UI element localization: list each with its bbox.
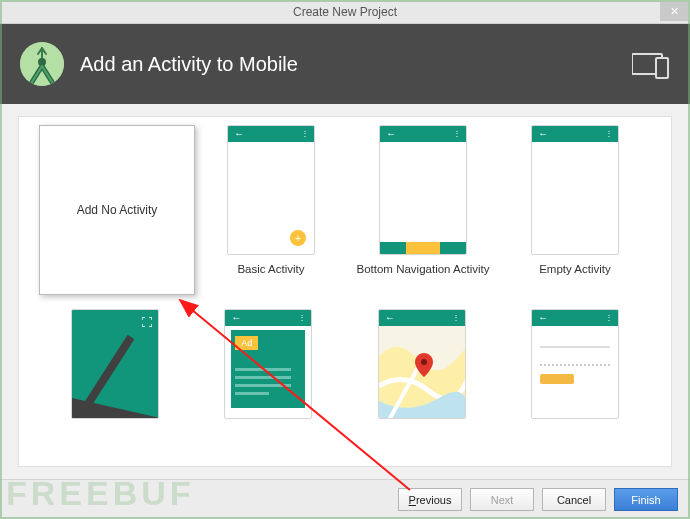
device-icon — [632, 52, 670, 80]
svg-point-6 — [421, 359, 427, 365]
appbar-icon: ← ⋮ — [225, 310, 311, 326]
appbar-icon: ← ⋮ — [532, 126, 618, 142]
wizard-footer: Previous Next Cancel Finish — [0, 479, 690, 519]
appbar-icon: ← ⋮ — [379, 310, 465, 326]
template-thumb: ← ⋮ — [378, 309, 466, 419]
expand-icon — [142, 316, 152, 326]
map-pin-icon — [415, 353, 433, 380]
previous-button[interactable]: Previous — [398, 488, 462, 511]
template-label: Empty Activity — [539, 263, 611, 275]
template-fullscreen-activity[interactable] — [39, 309, 191, 419]
overflow-icon: ⋮ — [605, 130, 612, 138]
appbar-icon: ← ⋮ — [532, 310, 618, 326]
template-label: Bottom Navigation Activity — [357, 263, 490, 275]
template-thumb: ← ⋮ — [379, 125, 467, 255]
overflow-icon: ⋮ — [301, 130, 308, 138]
overflow-icon: ⋮ — [452, 314, 459, 322]
overflow-icon: ⋮ — [453, 130, 460, 138]
template-empty-activity[interactable]: ← ⋮ Empty Activity — [499, 125, 651, 275]
window-title: Create New Project — [293, 5, 397, 19]
svg-line-4 — [86, 337, 131, 407]
content-area: Add No Activity ← ⋮ + Basic Activity ← — [0, 104, 690, 479]
template-thumb: ← ⋮ Ad — [224, 309, 312, 419]
template-thumb — [71, 309, 159, 419]
template-basic-activity[interactable]: ← ⋮ + Basic Activity — [195, 125, 347, 275]
titlebar: Create New Project ✕ — [0, 0, 690, 24]
page-title: Add an Activity to Mobile — [80, 53, 298, 76]
back-arrow-icon: ← — [234, 129, 244, 139]
svg-rect-3 — [656, 58, 668, 78]
template-thumb: ← ⋮ — [531, 125, 619, 255]
template-login-activity[interactable]: ← ⋮ — [499, 309, 651, 419]
close-icon[interactable]: ✕ — [660, 2, 688, 21]
activity-gallery[interactable]: Add No Activity ← ⋮ + Basic Activity ← — [18, 116, 672, 467]
back-arrow-icon: ← — [538, 313, 548, 323]
next-button: Next — [470, 488, 534, 511]
overflow-icon: ⋮ — [605, 314, 612, 322]
cancel-button[interactable]: Cancel — [542, 488, 606, 511]
template-map-activity[interactable]: ← ⋮ — [346, 309, 498, 419]
template-ad-activity[interactable]: ← ⋮ Ad — [192, 309, 344, 419]
overflow-icon: ⋮ — [298, 314, 305, 322]
wizard-header: Add an Activity to Mobile — [0, 24, 690, 104]
android-studio-icon — [20, 42, 64, 86]
back-arrow-icon: ← — [231, 313, 241, 323]
finish-button[interactable]: Finish — [614, 488, 678, 511]
bottom-nav-icon — [380, 242, 466, 254]
back-arrow-icon: ← — [385, 313, 395, 323]
template-add-no-activity[interactable]: Add No Activity — [39, 125, 195, 303]
template-bottom-navigation[interactable]: ← ⋮ Bottom Navigation Activity — [347, 125, 499, 275]
template-label: Basic Activity — [237, 263, 304, 275]
template-thumb: Add No Activity — [39, 125, 195, 295]
back-arrow-icon: ← — [538, 129, 548, 139]
appbar-icon: ← ⋮ — [228, 126, 314, 142]
ad-badge: Ad — [235, 336, 258, 350]
back-arrow-icon: ← — [386, 129, 396, 139]
fab-icon: + — [290, 230, 306, 246]
template-thumb: ← ⋮ + — [227, 125, 315, 255]
gallery-row: ← ⋮ Ad ← ⋮ — [39, 309, 651, 419]
appbar-icon: ← ⋮ — [380, 126, 466, 142]
gallery-row: Add No Activity ← ⋮ + Basic Activity ← — [39, 125, 651, 303]
template-thumb: ← ⋮ — [531, 309, 619, 419]
